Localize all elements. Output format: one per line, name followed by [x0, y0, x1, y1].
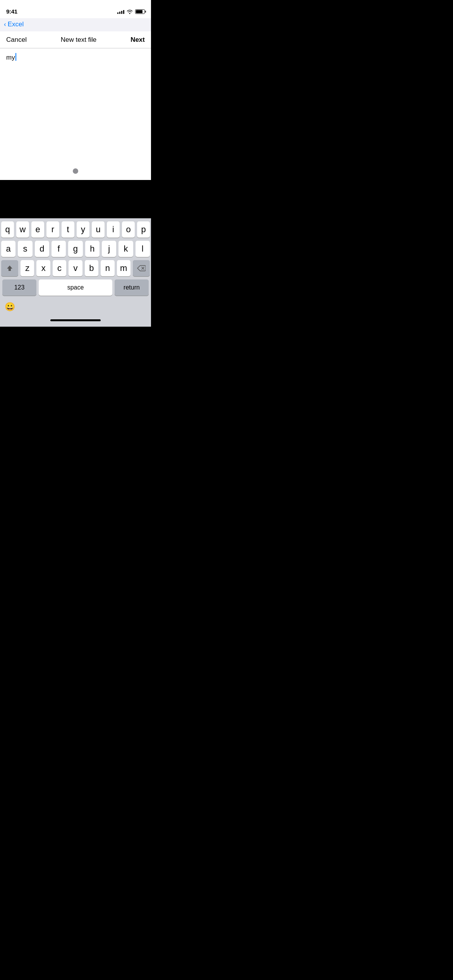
key-s[interactable]: s: [18, 241, 32, 257]
back-label: Excel: [8, 21, 24, 28]
wifi-icon: [127, 9, 133, 14]
return-key[interactable]: return: [115, 279, 149, 296]
shift-icon: [6, 265, 13, 272]
key-l[interactable]: l: [136, 241, 150, 257]
emoji-row: 😀: [0, 300, 151, 314]
keyboard-row-3: z x c v b n m: [1, 260, 150, 276]
nav-bar: Cancel New text file Next: [0, 31, 151, 48]
delete-key[interactable]: [133, 260, 150, 276]
key-i[interactable]: i: [107, 221, 120, 238]
editor-content: my: [6, 54, 15, 61]
status-icons: [117, 9, 145, 14]
key-o[interactable]: o: [122, 221, 135, 238]
signal-icon: [117, 9, 124, 14]
keyboard-extras: 😀: [0, 299, 151, 327]
key-h[interactable]: h: [85, 241, 100, 257]
text-cursor: [15, 53, 16, 61]
key-b[interactable]: b: [85, 260, 98, 276]
keyboard-rows: q w e r t y u i o p a s d f g h j k l: [0, 218, 151, 299]
key-k[interactable]: k: [118, 241, 133, 257]
key-r[interactable]: r: [46, 221, 59, 238]
home-bar: [50, 319, 101, 321]
key-f[interactable]: f: [51, 241, 66, 257]
nav-title: New text file: [61, 36, 97, 44]
key-a[interactable]: a: [1, 241, 15, 257]
key-y[interactable]: y: [77, 221, 89, 238]
status-bar: 9:41: [0, 0, 151, 18]
drag-handle[interactable]: [73, 168, 78, 174]
keyboard-row-1: q w e r t y u i o p: [1, 221, 150, 238]
key-t[interactable]: t: [62, 221, 74, 238]
next-button[interactable]: Next: [130, 36, 145, 44]
back-nav[interactable]: ‹ Excel: [0, 18, 151, 31]
status-time: 9:41: [6, 8, 17, 15]
back-chevron-icon: ‹: [4, 21, 6, 28]
keyboard-row-2: a s d f g h j k l: [1, 241, 150, 257]
key-z[interactable]: z: [21, 260, 34, 276]
key-n[interactable]: n: [101, 260, 114, 276]
home-indicator: [0, 314, 151, 327]
key-g[interactable]: g: [68, 241, 82, 257]
key-x[interactable]: x: [36, 260, 50, 276]
key-d[interactable]: d: [35, 241, 49, 257]
keyboard: q w e r t y u i o p a s d f g h j k l: [0, 218, 151, 327]
numbers-key[interactable]: 123: [2, 279, 36, 296]
key-c[interactable]: c: [53, 260, 66, 276]
key-m[interactable]: m: [117, 260, 130, 276]
key-p[interactable]: p: [137, 221, 150, 238]
keyboard-bottom-row: 123 space return: [1, 279, 150, 297]
emoji-button[interactable]: 😀: [5, 302, 15, 312]
key-e[interactable]: e: [31, 221, 44, 238]
battery-icon: [135, 9, 145, 14]
cancel-button[interactable]: Cancel: [6, 36, 27, 44]
key-w[interactable]: w: [16, 221, 29, 238]
shift-key[interactable]: [1, 260, 18, 276]
space-key[interactable]: space: [39, 279, 112, 296]
text-editor[interactable]: my: [0, 48, 151, 180]
key-u[interactable]: u: [92, 221, 105, 238]
key-q[interactable]: q: [1, 221, 14, 238]
delete-icon: [137, 265, 146, 271]
key-v[interactable]: v: [69, 260, 82, 276]
key-j[interactable]: j: [102, 241, 116, 257]
